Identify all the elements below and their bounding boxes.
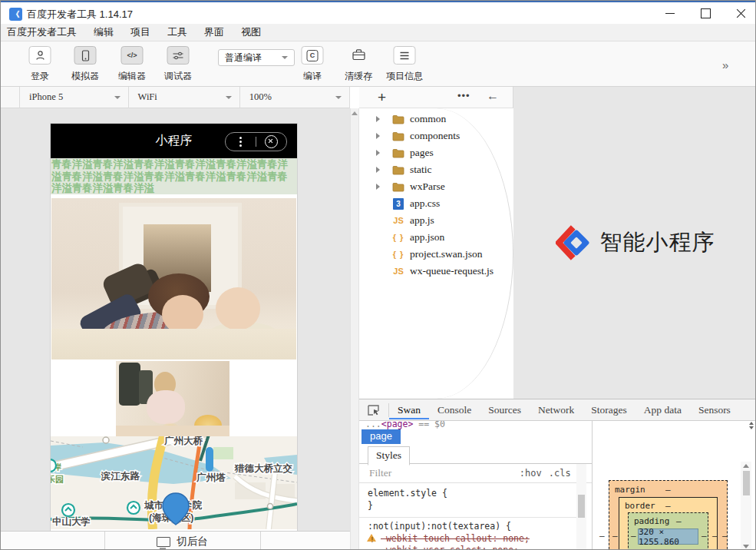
tab-sources[interactable]: Sources bbox=[480, 400, 530, 419]
phone-icon bbox=[74, 46, 97, 65]
maximize-button[interactable] bbox=[688, 2, 722, 24]
device-model-dropdown[interactable]: iPhone 5 bbox=[20, 87, 129, 108]
tab-styles[interactable]: Styles bbox=[368, 446, 410, 466]
dom-tree-scroll-arrows[interactable] bbox=[748, 422, 755, 429]
lantern-shape bbox=[119, 363, 140, 406]
map-canvas: 广州大桥 猎德大桥立交 滨江东路 广州塔 城市职业学院 (海珠校区) 中山大学 … bbox=[51, 436, 297, 529]
rule-selector[interactable]: :not(input):not(textarea) { bbox=[368, 521, 576, 533]
compile-button[interactable]: C 编译 bbox=[292, 41, 333, 87]
css-property-row[interactable]: -webkit-user-select: none; bbox=[368, 545, 576, 550]
login-button[interactable]: 登录 bbox=[21, 41, 58, 87]
close-circle-icon bbox=[265, 135, 278, 148]
device-bar: iPhone 5 WiFi 100% bbox=[1, 87, 350, 108]
scroll-down-icon bbox=[743, 545, 749, 548]
menu-edit[interactable]: 编辑 bbox=[85, 25, 122, 39]
menu-bar: 百度开发者工具 编辑 项目 工具 界面 视图 bbox=[1, 24, 756, 41]
capsule-menu bbox=[225, 132, 287, 151]
simulator-scrollbar[interactable] bbox=[350, 108, 359, 550]
tree-item-folder[interactable]: pages bbox=[359, 144, 513, 161]
kids-photo-image[interactable] bbox=[51, 198, 296, 359]
tree-item-file[interactable]: JS wx-queue-request.js bbox=[359, 263, 513, 280]
tree-item-folder[interactable]: static bbox=[359, 161, 513, 178]
box-model-content[interactable]: 320 × 1255.860 bbox=[638, 528, 698, 545]
tree-item-folder[interactable]: wxParse bbox=[359, 178, 513, 195]
tree-item-file[interactable]: 3 app.css bbox=[359, 195, 513, 212]
tab-swan[interactable]: Swan bbox=[389, 400, 429, 419]
miniapp-navigation-bar: 小程序 bbox=[51, 124, 297, 158]
girl-dress-shape bbox=[147, 390, 185, 424]
chevron-down-icon bbox=[114, 96, 120, 99]
switch-background-button[interactable]: 切后台 bbox=[104, 532, 260, 550]
tab-storages[interactable]: Storages bbox=[583, 400, 636, 419]
simulator-toggle-button[interactable]: 模拟器 bbox=[67, 41, 104, 87]
tab-network[interactable]: Network bbox=[530, 400, 583, 419]
smart-program-logo-text: 智能小程序 bbox=[600, 227, 715, 258]
floor-shape bbox=[116, 426, 229, 436]
box-model-scrollbar[interactable] bbox=[741, 462, 751, 550]
toolbar: 登录 模拟器 </> 编辑器 调试器 普通编译 C 编译 bbox=[1, 41, 756, 87]
folder-icon bbox=[391, 181, 405, 192]
map-label-bridge: 广州大桥 bbox=[163, 436, 203, 446]
close-icon bbox=[736, 8, 746, 18]
tab-app-data[interactable]: App data bbox=[636, 400, 690, 419]
debugger-toggle-button[interactable]: 调试器 bbox=[160, 41, 196, 87]
sliders-icon bbox=[167, 46, 190, 65]
styles-filter-input[interactable] bbox=[368, 466, 513, 480]
map-view[interactable]: 广州大桥 猎德大桥立交 滨江东路 广州塔 城市职业学院 (海珠校区) 中山大学 … bbox=[51, 436, 297, 529]
miniapp-close-button[interactable] bbox=[256, 135, 286, 148]
window-title: 百度开发者工具 1.14.17 bbox=[27, 8, 133, 22]
clear-cache-button[interactable]: 清缓存 bbox=[338, 41, 378, 87]
inline-style-selector[interactable]: element.style { bbox=[368, 488, 576, 500]
zoom-dropdown[interactable]: 100% bbox=[240, 87, 350, 108]
inspect-icon bbox=[368, 405, 380, 416]
menu-tools[interactable]: 工具 bbox=[159, 25, 196, 39]
styles-scrollbar[interactable] bbox=[576, 464, 586, 550]
christmas-photo-image[interactable] bbox=[116, 361, 229, 436]
network-dropdown[interactable]: WiFi bbox=[129, 87, 240, 108]
styles-tab-bar: Styles bbox=[359, 444, 592, 464]
tab-console[interactable]: Console bbox=[429, 400, 480, 419]
chevron-right-icon bbox=[376, 150, 380, 156]
tab-sensors[interactable]: Sensors bbox=[690, 400, 739, 419]
devtools-window: 《 百度开发者工具 1.14.17 百度开发者工具 编辑 项目 工具 界面 视图… bbox=[0, 0, 756, 550]
minimize-button[interactable] bbox=[653, 2, 687, 24]
menu-app[interactable]: 百度开发者工具 bbox=[7, 25, 85, 39]
tree-item-folder[interactable]: common bbox=[359, 111, 513, 128]
inspect-element-button[interactable] bbox=[359, 403, 389, 417]
tree-item-file[interactable]: { } app.json bbox=[359, 229, 513, 246]
menu-project[interactable]: 项目 bbox=[122, 25, 159, 39]
css-property-row[interactable]: -webkit-touch-callout: none; bbox=[368, 533, 576, 545]
toggle-hover-state-button[interactable]: :hov bbox=[520, 468, 542, 479]
compile-mode-dropdown[interactable]: 普通编译 bbox=[218, 49, 295, 66]
page-element-tag: <page> bbox=[381, 421, 414, 429]
tree-item-folder[interactable]: components bbox=[359, 128, 513, 144]
user-icon bbox=[29, 46, 51, 65]
rug-shape bbox=[51, 329, 296, 359]
devtools-pane-divider[interactable] bbox=[592, 421, 593, 550]
close-button[interactable] bbox=[724, 2, 756, 24]
zoom-value: 100% bbox=[249, 91, 272, 103]
toolbar-overflow-button[interactable]: » bbox=[722, 58, 728, 71]
baby-head-shape bbox=[216, 287, 260, 330]
js-file-icon: JS bbox=[391, 266, 405, 277]
menu-dots-icon[interactable] bbox=[226, 137, 256, 147]
editor-toggle-button[interactable]: </> 编辑器 bbox=[114, 41, 150, 87]
add-file-button[interactable]: + bbox=[378, 89, 386, 106]
menu-view[interactable]: 视图 bbox=[233, 25, 269, 39]
toggle-class-button[interactable]: .cls bbox=[549, 468, 571, 479]
dom-tree-row[interactable]: ...<page> == $0 bbox=[359, 421, 743, 431]
scroll-up-icon bbox=[352, 111, 358, 115]
boy-face-shape bbox=[162, 295, 203, 333]
tree-item-file[interactable]: JS app.js bbox=[359, 212, 513, 229]
json-file-icon: { } bbox=[391, 249, 405, 260]
tree-item-file[interactable]: { } project.swan.json bbox=[359, 246, 513, 263]
explorer-more-button[interactable]: ••• bbox=[457, 90, 470, 101]
js-file-icon: JS bbox=[391, 215, 405, 226]
switch-background-label: 切后台 bbox=[177, 535, 208, 548]
chevron-right-icon bbox=[376, 116, 380, 122]
monitor-icon bbox=[157, 537, 170, 547]
collapse-panel-button[interactable]: ← bbox=[487, 89, 499, 103]
code-icon: </> bbox=[121, 46, 144, 65]
menu-interface[interactable]: 界面 bbox=[196, 25, 233, 39]
project-info-button[interactable]: 项目信息 bbox=[383, 41, 426, 87]
